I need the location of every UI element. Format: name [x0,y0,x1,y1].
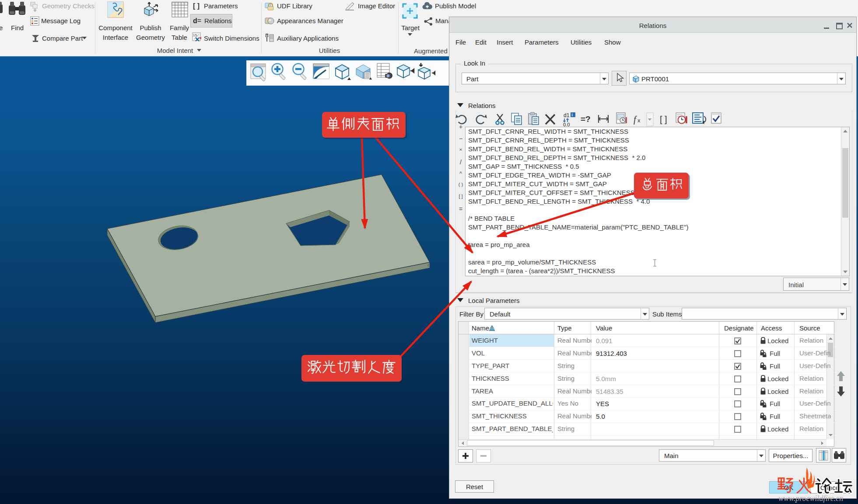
svg-text:www.proewildfire.cn: www.proewildfire.cn [778,494,843,503]
